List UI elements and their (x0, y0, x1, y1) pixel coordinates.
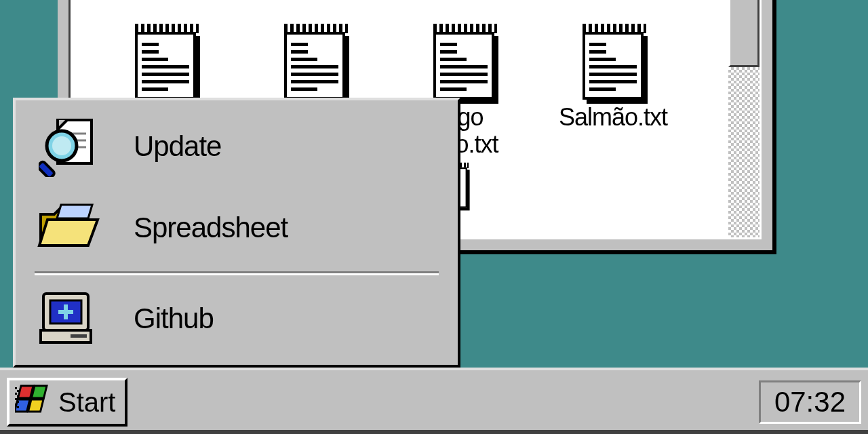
start-menu-item-github[interactable]: Github (16, 278, 458, 359)
svg-rect-20 (15, 387, 17, 389)
start-button[interactable]: Start (7, 378, 127, 427)
start-menu-label: Spreadsheet (134, 212, 288, 244)
text-file-icon (576, 20, 650, 101)
svg-rect-19 (28, 399, 43, 412)
text-file-icon (277, 20, 352, 101)
svg-rect-26 (15, 403, 17, 406)
svg-rect-15 (71, 334, 87, 338)
text-file-icon (427, 20, 501, 101)
svg-rect-24 (15, 398, 17, 400)
open-folder-icon (32, 201, 106, 255)
windows-logo-icon (15, 383, 52, 422)
start-button-label: Start (58, 387, 115, 418)
start-menu-label: Github (134, 302, 214, 335)
svg-rect-22 (15, 393, 17, 395)
svg-rect-6 (39, 161, 55, 177)
start-menu: Update Spreadsheet Github (13, 98, 460, 368)
start-menu-label: Update (134, 130, 221, 163)
start-menu-item-update[interactable]: Update (16, 106, 458, 187)
scrollbar-thumb[interactable] (728, 0, 760, 67)
svg-rect-23 (17, 395, 19, 397)
text-file-icon (128, 20, 203, 101)
file-label: Salmão.txt (538, 104, 688, 131)
menu-separator (35, 271, 439, 275)
find-document-icon (32, 116, 106, 177)
clock-time: 07:32 (774, 386, 846, 418)
svg-rect-17 (32, 386, 47, 398)
svg-marker-8 (39, 220, 98, 245)
file-item[interactable]: Salmão.txt (538, 20, 688, 157)
computer-icon (32, 288, 106, 349)
taskbar-clock[interactable]: 07:32 (759, 380, 861, 424)
svg-point-5 (52, 136, 71, 155)
svg-rect-21 (17, 390, 19, 392)
svg-rect-27 (17, 406, 19, 408)
start-menu-item-spreadsheet[interactable]: Spreadsheet (16, 187, 458, 269)
taskbar: Start 07:32 (0, 368, 868, 434)
svg-marker-9 (57, 205, 92, 218)
svg-rect-16 (18, 386, 33, 398)
svg-rect-25 (17, 401, 19, 403)
scrollbar[interactable] (728, 0, 760, 237)
